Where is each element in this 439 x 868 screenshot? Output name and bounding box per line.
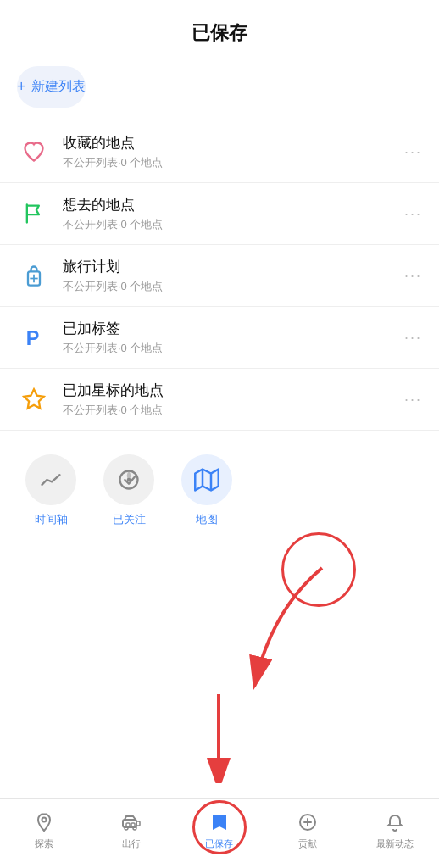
luggage-icon: [17, 259, 51, 292]
plus-icon: +: [17, 78, 26, 96]
timeline-icon-circle: [25, 454, 76, 505]
nav-item-contribute[interactable]: 贡献: [264, 810, 352, 850]
svg-point-11: [42, 818, 46, 822]
new-list-button[interactable]: + 新建列表: [17, 66, 86, 108]
following-label: 已关注: [113, 512, 146, 527]
quick-action-following[interactable]: 已关注: [103, 454, 154, 527]
arrow-bottom: [185, 690, 253, 783]
svg-text:P: P: [26, 327, 40, 349]
svg-marker-7: [195, 470, 219, 491]
star-icon: [17, 382, 51, 416]
arrow-top: [186, 559, 356, 695]
more-options-favorites[interactable]: ···: [404, 143, 422, 161]
list-item-subtitle-labeled: 不公开列表·0 个地点: [63, 341, 392, 356]
list-item-subtitle-favorites: 不公开列表·0 个地点: [63, 155, 392, 170]
bell-icon: [383, 810, 407, 834]
heart-icon: [17, 135, 51, 169]
nav-item-travel[interactable]: 出行: [88, 810, 176, 850]
list-item-title-favorites: 收藏的地点: [63, 133, 392, 153]
map-icon-circle: [181, 454, 232, 505]
map-label: 地图: [196, 512, 218, 527]
quick-actions: 时间轴 已关注 地图: [0, 431, 439, 544]
nav-label-explore: 探索: [35, 837, 53, 850]
list-item-content-favorites: 收藏的地点 不公开列表·0 个地点: [63, 133, 392, 170]
svg-rect-15: [136, 821, 140, 826]
timeline-label: 时间轴: [35, 512, 68, 527]
nav-label-travel: 出行: [122, 837, 141, 850]
bookmark-icon: [208, 810, 231, 834]
location-icon: [32, 810, 56, 834]
more-options-starred[interactable]: ···: [404, 391, 422, 409]
new-list-label: 新建列表: [31, 78, 86, 96]
list-item-subtitle-travel-plan: 不公开列表·0 个地点: [63, 279, 392, 294]
list-item-travel-plan[interactable]: 旅行计划 不公开列表·0 个地点 ···: [0, 245, 439, 307]
following-icon-circle: [103, 454, 154, 505]
list-item-title-travel-plan: 旅行计划: [63, 257, 392, 276]
list-item-subtitle-want-to-go: 不公开列表·0 个地点: [63, 217, 392, 232]
list-item-title-starred: 已加星标的地点: [63, 381, 392, 400]
nav-item-explore[interactable]: 探索: [0, 810, 88, 850]
car-icon: [119, 810, 143, 834]
more-options-travel-plan[interactable]: ···: [404, 267, 422, 285]
page-title: 已保存: [0, 20, 439, 46]
quick-action-timeline[interactable]: 时间轴: [25, 454, 76, 527]
list-item-title-labeled: 已加标签: [63, 319, 392, 338]
more-options-labeled[interactable]: ···: [404, 329, 422, 347]
more-options-want-to-go[interactable]: ···: [404, 205, 422, 223]
plus-circle-icon: [296, 810, 320, 834]
nav-item-saved[interactable]: 已保存: [175, 810, 264, 850]
list-item-content-travel-plan: 旅行计划 不公开列表·0 个地点: [63, 257, 392, 294]
list-item-want-to-go[interactable]: 想去的地点 不公开列表·0 个地点 ···: [0, 183, 439, 245]
nav-label-contribute: 贡献: [298, 837, 317, 850]
list-item-subtitle-starred: 不公开列表·0 个地点: [63, 403, 392, 418]
list-item-starred[interactable]: 已加星标的地点 不公开列表·0 个地点 ···: [0, 369, 439, 431]
nav-label-saved: 已保存: [205, 837, 233, 850]
svg-marker-4: [24, 389, 43, 408]
list-item-title-want-to-go: 想去的地点: [63, 195, 392, 214]
saved-lists: 收藏的地点 不公开列表·0 个地点 ··· 想去的地点 不公开列表·0 个地点 …: [0, 121, 439, 431]
page-header: 已保存: [0, 0, 439, 59]
bottom-nav: 探索 出行 已保存: [0, 798, 439, 868]
list-item-favorites[interactable]: 收藏的地点 不公开列表·0 个地点 ···: [0, 121, 439, 183]
parking-icon: P: [17, 320, 51, 354]
list-item-content-labeled: 已加标签 不公开列表·0 个地点: [63, 319, 392, 356]
nav-label-updates: 最新动态: [376, 837, 414, 850]
nav-item-updates[interactable]: 最新动态: [351, 810, 439, 850]
list-item-content-starred: 已加星标的地点 不公开列表·0 个地点: [63, 381, 392, 418]
list-item-content-want-to-go: 想去的地点 不公开列表·0 个地点: [63, 195, 392, 232]
flag-icon: [17, 197, 51, 231]
quick-action-map[interactable]: 地图: [181, 454, 232, 527]
list-item-labeled[interactable]: P 已加标签 不公开列表·0 个地点 ···: [0, 307, 439, 369]
